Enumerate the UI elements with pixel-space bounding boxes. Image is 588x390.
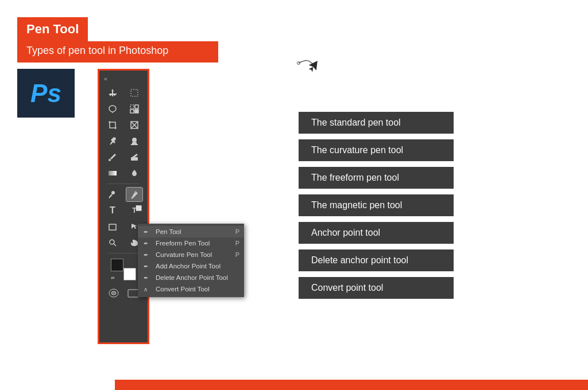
dropdown-item-convert-point[interactable]: ∧ Convert Point Tool [138, 283, 244, 295]
brush-tool-icon[interactable] [105, 150, 121, 164]
dropdown-item-pen-tool[interactable]: ✒ Pen Tool P [138, 226, 244, 237]
move-tool-icon[interactable] [105, 86, 121, 100]
gradient-tool-icon[interactable] [105, 166, 121, 180]
svg-point-12 [109, 159, 111, 161]
quick-mask-icon[interactable] [106, 286, 122, 300]
toolbar-row-1 [102, 86, 145, 100]
svg-rect-4 [130, 110, 134, 113]
swap-colors-icon[interactable]: ⇄ [111, 275, 115, 280]
svg-point-19 [110, 240, 114, 244]
marquee-tool-icon[interactable] [126, 86, 142, 100]
background-color-swatch[interactable] [123, 268, 136, 280]
color-swatches[interactable]: ⇄ [111, 259, 136, 280]
collapse-icon[interactable]: « [104, 75, 107, 82]
crop-tool-icon[interactable] [105, 118, 121, 132]
svg-point-9 [132, 138, 137, 142]
dodge-tool-icon[interactable] [105, 188, 121, 201]
ps-logo: Ps [17, 69, 75, 118]
svg-rect-10 [132, 142, 137, 144]
svg-point-22 [111, 291, 116, 295]
label-standard-pen: The standard pen tool [299, 112, 454, 134]
dropdown-item-curvature[interactable]: ✒ Curvature Pen Tool P [138, 249, 244, 260]
header: Pen Tool Types of pen tool in Photoshop [17, 17, 218, 63]
dropdown-delete-anchor-label: Delete Anchor Point Tool [156, 274, 228, 281]
pen-illustration [287, 52, 345, 103]
svg-rect-23 [128, 290, 138, 297]
tool-labels-section: The standard pen tool The curvature pen … [299, 112, 454, 299]
type-mask-tool-icon[interactable]: T⬜ [126, 204, 142, 217]
svg-line-20 [114, 244, 116, 246]
bottom-accent-bar [115, 380, 588, 390]
pen-tool-menu-icon: ✒ [144, 229, 153, 235]
label-convert-point: Convert point tool [299, 277, 454, 299]
svg-rect-2 [130, 105, 134, 108]
svg-point-15 [111, 191, 115, 194]
dropdown-item-add-anchor[interactable]: ✒ Add Anchor Point Tool [138, 260, 244, 272]
svg-point-17 [131, 197, 133, 199]
label-freeform-pen: The freeform pen tool [299, 167, 454, 189]
dropdown-item-delete-anchor[interactable]: ✒ Delete Anchor Point Tool [138, 272, 244, 283]
toolbar-row-5 [102, 150, 145, 164]
curvature-shortcut: P [235, 251, 239, 258]
blur-tool-icon[interactable] [126, 166, 142, 180]
lasso-tool-icon[interactable] [105, 102, 121, 116]
freeform-pen-icon: ✒ [144, 240, 153, 247]
type-tool-icon[interactable]: T [105, 204, 121, 217]
pen-tool-dropdown: ✒ Pen Tool P ✒ Freeform Pen Tool P ✒ Cur… [138, 224, 244, 297]
toolbar-row-6 [102, 166, 145, 180]
magic-wand-icon[interactable] [126, 102, 142, 116]
dropdown-item-freeform[interactable]: ✒ Freeform Pen Tool P [138, 237, 244, 249]
svg-marker-0 [109, 89, 117, 96]
toolbar-row-8: T T⬜ [102, 204, 145, 217]
toolbar-row-2 [102, 102, 145, 116]
dropdown-add-anchor-label: Add Anchor Point Tool [156, 263, 220, 270]
stamp-tool-icon[interactable] [126, 134, 142, 148]
toolbar-row-7 [102, 188, 145, 201]
bottom-toolbar-icons [106, 286, 141, 300]
svg-rect-11 [131, 144, 138, 145]
label-delete-anchor: Delete anchor point tool [299, 249, 454, 271]
dropdown-convert-point-label: Convert Point Tool [156, 286, 210, 292]
dropdown-curvature-label: Curvature Pen Tool [156, 251, 212, 258]
svg-rect-13 [131, 157, 138, 161]
convert-point-icon: ∧ [144, 286, 153, 292]
dropdown-freeform-label: Freeform Pen Tool [156, 240, 210, 247]
zoom-tool-icon[interactable] [105, 236, 121, 249]
svg-rect-14 [109, 171, 117, 176]
photoshop-toolbar: « [98, 69, 149, 344]
svg-rect-3 [135, 105, 138, 108]
curvature-pen-icon: ✒ [144, 252, 153, 258]
header-subtitle: Types of pen tool in Photoshop [26, 45, 168, 56]
eyedropper-tool-icon[interactable] [105, 134, 121, 148]
add-anchor-icon: ✒ [144, 263, 153, 270]
label-magnetic-pen: The magnetic pen tool [299, 194, 454, 216]
toolbar-row-4 [102, 134, 145, 148]
frame-tool-icon[interactable] [126, 118, 142, 132]
header-title: Pen Tool [26, 22, 79, 36]
freeform-shortcut: P [235, 240, 239, 247]
eraser-tool-icon[interactable] [126, 150, 142, 164]
shape-tool-icon[interactable] [105, 220, 121, 233]
pen-tool-icon[interactable] [126, 188, 142, 201]
delete-anchor-icon: ✒ [144, 275, 153, 281]
label-anchor-point: Anchor point tool [299, 222, 454, 244]
label-curvature-pen: The curvature pen tool [299, 139, 454, 161]
foreground-color-swatch[interactable] [111, 259, 123, 271]
pen-tool-shortcut: P [235, 228, 239, 235]
toolbar-row-3 [102, 118, 145, 132]
svg-rect-1 [131, 89, 138, 96]
svg-rect-5 [135, 110, 138, 113]
svg-rect-18 [109, 224, 116, 230]
svg-line-16 [109, 194, 112, 198]
dropdown-pen-tool-label: Pen Tool [156, 228, 181, 235]
